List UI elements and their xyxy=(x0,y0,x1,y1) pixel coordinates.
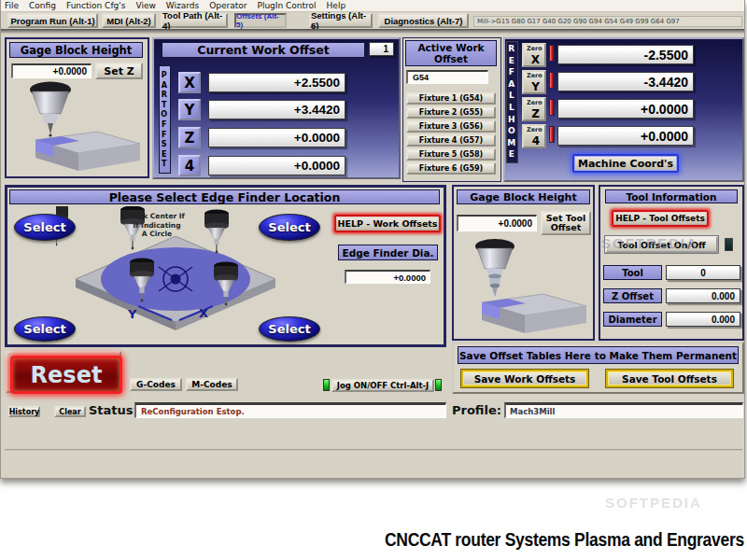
part-offset-z-button[interactable]: Z xyxy=(178,127,201,148)
reset-button[interactable]: Reset xyxy=(10,356,122,394)
diameter-value[interactable]: 0.000 xyxy=(666,312,740,327)
part-offset-4-button[interactable]: 4 xyxy=(178,155,201,176)
current-work-offset-panel: Current Work Offset 1 PART OFFSET X +2.5… xyxy=(152,37,401,179)
reset-frame: Reset xyxy=(6,351,121,393)
z-offset-row-label: Z Offset xyxy=(603,288,662,303)
tab-tool-path[interactable]: Tool Path (Alt-4) xyxy=(161,13,228,28)
g-codes-button[interactable]: G-Codes xyxy=(130,378,182,391)
gage-block-right-panel: Gage Block Height +0.0000 Set Tool Offse… xyxy=(452,185,595,341)
diameter-row-label: Diameter xyxy=(603,312,662,327)
led-tool-offset-icon xyxy=(725,238,733,251)
menu-file[interactable]: File xyxy=(5,1,19,10)
select-bottom-left-button[interactable]: Select xyxy=(14,316,76,342)
z-offset-value[interactable]: 0.000 xyxy=(666,288,740,303)
machine-y-value[interactable]: -3.4420 xyxy=(557,72,694,91)
part-offset-y-button[interactable]: Y xyxy=(178,99,201,120)
zero-y-axis-label: Y xyxy=(531,80,540,93)
led-jog-right-icon xyxy=(435,379,442,391)
toolbar-separator xyxy=(1,29,744,34)
zero-z-small-label: Zero xyxy=(527,99,543,106)
tab-settings[interactable]: Settings (Alt-6) xyxy=(309,13,373,28)
zero-x-small-label: Zero xyxy=(527,45,543,52)
led-y-red-icon xyxy=(549,72,555,89)
gage-block-left-illustration xyxy=(9,80,146,175)
jog-on-off-button[interactable]: Jog ON/OFF Ctrl-Alt-J xyxy=(331,379,434,392)
active-offset-readout: G54 xyxy=(406,70,488,84)
ref-all-home-panel: REF ALL HOME ZeroX -2.5500 ZeroY -3.4420… xyxy=(503,37,744,182)
machine-x-value[interactable]: -2.5500 xyxy=(557,45,694,64)
help-tool-offsets-button[interactable]: HELP - Tool Offsets xyxy=(612,210,709,227)
machine-coords-button[interactable]: Machine Coord's xyxy=(572,154,679,173)
zero-x-button[interactable]: ZeroX xyxy=(522,43,546,67)
set-tool-offset-button[interactable]: Set Tool Offset xyxy=(541,211,591,235)
gage-block-left-value[interactable]: +0.0000 xyxy=(11,63,92,78)
fixture-1-button[interactable]: Fixture 1 (G54) xyxy=(406,92,496,105)
select-top-left-button[interactable]: Select xyxy=(14,214,76,241)
save-tool-offsets-button[interactable]: Save Tool Offsets xyxy=(606,370,733,387)
menu-operator[interactable]: Operator xyxy=(209,1,247,10)
part-offset-x-value[interactable]: +2.5500 xyxy=(208,73,345,92)
machine-4-value[interactable]: +0.0000 xyxy=(557,126,694,146)
zero-4-button[interactable]: Zero4 xyxy=(522,124,546,148)
select-top-right-button[interactable]: Select xyxy=(259,214,320,241)
select-bottom-right-button[interactable]: Select xyxy=(259,316,320,342)
gage-block-right-value[interactable]: +0.0000 xyxy=(457,215,537,231)
zero-y-button[interactable]: ZeroY xyxy=(522,70,546,94)
fixture-3-button[interactable]: Fixture 3 (G56) xyxy=(406,120,496,133)
part-offset-4-value[interactable]: +0.0000 xyxy=(208,156,345,175)
gcode-modal-status: Mill->G15 G80 G17 G40 G20 G90 G94 G54 G4… xyxy=(473,16,742,27)
part-offset-x-button[interactable]: X xyxy=(178,72,201,93)
fixture-6-button[interactable]: Fixture 6 (G59) xyxy=(406,162,496,175)
zero-y-small-label: Zero xyxy=(527,72,543,79)
window-bottom-bevel xyxy=(5,449,742,452)
save-offsets-panel: Save Offset Tables Here to Make Them Per… xyxy=(452,342,744,394)
gage-block-right-illustration xyxy=(456,237,592,338)
edge-finder-panel: Please Select Edge Finder Location xyxy=(5,185,446,347)
fixture-4-button[interactable]: Fixture 4 (G57) xyxy=(406,134,496,147)
profile-value: Mach3Mill xyxy=(504,402,743,418)
m-codes-button[interactable]: M-Codes xyxy=(186,378,238,391)
work-offset-number[interactable]: 1 xyxy=(369,42,394,56)
active-work-offset-title: Active Work Offset xyxy=(405,40,497,66)
zero-z-button[interactable]: ZeroZ xyxy=(522,97,546,121)
led-z-red-icon xyxy=(549,99,555,116)
tab-program-run[interactable]: Program Run (Alt-1) xyxy=(7,13,98,28)
fixture-2-button[interactable]: Fixture 2 (G55) xyxy=(406,106,496,119)
machine-z-value[interactable]: +0.0000 xyxy=(557,99,694,119)
save-offsets-title: Save Offset Tables Here to Make Them Per… xyxy=(458,346,739,364)
tool-row-label: Tool xyxy=(603,265,662,280)
edge-finder-hint: Click Center If If Indicating A Circle xyxy=(118,212,196,239)
status-label: Status: xyxy=(89,403,138,417)
part-offset-z-value[interactable]: +0.0000 xyxy=(208,128,345,147)
ref-all-home-button[interactable]: REF ALL HOME xyxy=(506,41,518,163)
history-button[interactable]: History xyxy=(8,406,40,417)
menu-wizards[interactable]: Wizards xyxy=(166,1,199,10)
zero-z-axis-label: Z xyxy=(531,107,540,120)
menu-help[interactable]: Help xyxy=(327,1,346,10)
gage-block-left-title: Gage Block Height xyxy=(9,42,143,58)
fixture-5-button[interactable]: Fixture 5 (G58) xyxy=(406,148,496,161)
set-z-button[interactable]: Set Z xyxy=(95,63,143,79)
hint-line-3: A Circle xyxy=(118,230,196,239)
hint-line-2: If Indicating xyxy=(118,221,196,231)
mach3-window: File Config Function Cfg's View Wizards … xyxy=(0,0,745,479)
watermark-text: SOFTPEDIA xyxy=(601,235,698,251)
part-offset-y-value[interactable]: +3.4420 xyxy=(208,100,345,119)
zero-x-axis-label: X xyxy=(531,53,540,66)
tab-offsets[interactable]: Offsets (Alt-5) xyxy=(234,13,287,28)
tab-mdi[interactable]: MDI (Alt-2) xyxy=(102,13,156,28)
menu-plugin-control[interactable]: PlugIn Control xyxy=(257,1,316,10)
save-work-offsets-button[interactable]: Save Work Offsets xyxy=(461,370,588,387)
menu-bar: File Config Function Cfg's View Wizards … xyxy=(1,0,744,12)
menu-view[interactable]: View xyxy=(135,1,155,10)
clear-button[interactable]: Clear xyxy=(54,406,86,417)
tool-number-value[interactable]: 0 xyxy=(666,265,740,280)
active-work-offset-panel: Active Work Offset G54 Fixture 1 (G54) F… xyxy=(402,37,501,182)
help-work-offsets-button[interactable]: HELP - Work Offsets xyxy=(334,215,441,232)
menu-function-cfgs[interactable]: Function Cfg's xyxy=(66,1,125,10)
tab-diagnostics[interactable]: Diagnostics (Alt-7) xyxy=(378,13,469,28)
edge-finder-dia-label: Edge Finder Dia. xyxy=(338,245,438,260)
edge-finder-dia-value[interactable]: +0.0000 xyxy=(345,270,430,284)
menu-config[interactable]: Config xyxy=(29,1,56,10)
edge-finder-title: Please Select Edge Finder Location xyxy=(9,189,440,204)
